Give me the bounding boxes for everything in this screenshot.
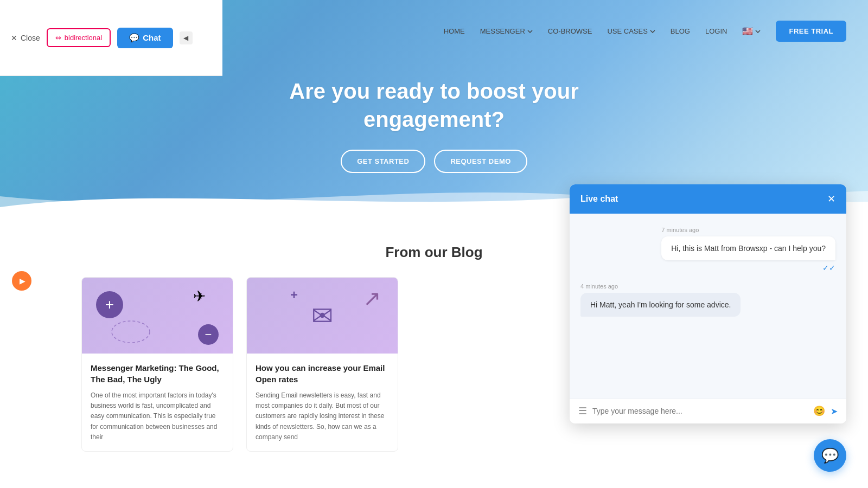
user-bubble-1: Hi Matt, yeah I'm looking for some advic… [580,293,741,317]
close-icon: ✕ [11,34,17,42]
envelope-icon: ✉ [311,300,333,331]
agent-bubble-1: Hi, this is Matt from Browsxp - can I he… [661,236,835,260]
request-demo-button[interactable]: REQUEST DEMO [434,150,527,173]
svg-point-0 [112,321,150,343]
toolbar: ✕ Close ⇔ bidirectional 💬 Chat ◀ [0,0,222,76]
live-chat-widget: Live chat ✕ 7 minutes ago Hi, this is Ma… [570,184,846,423]
blog-card-2-image: + ✉ ↗ [247,278,398,354]
nav-use-cases[interactable]: USE CASES [607,27,655,35]
arrow-up-icon: ↗ [363,286,381,311]
chat-menu-icon[interactable]: ☰ [578,405,587,417]
chat-bubble-icon: 💬 [129,33,139,43]
play-button[interactable]: ▶ [12,271,31,291]
blog-card-1-image: + − ✈ [82,278,233,354]
bidirectional-icon: ⇔ [55,34,61,42]
flag-icon: 🇺🇸 [742,26,753,36]
plus-small-icon: + [290,287,298,303]
floating-chat-icon: 💬 [821,447,839,464]
free-trial-button[interactable]: FREE TRIAL [776,21,846,42]
nav-login[interactable]: LOGIN [705,27,727,35]
nav-links: HOME MESSENGER CO-BROWSE USE CASES BLOG … [444,21,846,42]
floating-chat-button[interactable]: 💬 [814,439,846,472]
blog-card-2-text: Sending Email newsletters is easy, fast … [256,390,389,442]
language-selector[interactable]: 🇺🇸 [742,26,761,36]
bidirectional-button[interactable]: ⇔ bidirectional [47,28,111,47]
chat-header-title: Live chat [580,194,618,204]
chat-messages: 7 minutes ago Hi, this is Matt from Brow… [570,214,846,398]
nav-messenger[interactable]: MESSENGER [480,27,533,35]
send-button[interactable]: ➤ [831,406,838,416]
play-icon: ▶ [20,277,25,285]
hero-buttons: GET STARTED REQUEST DEMO [341,150,527,173]
emoji-button[interactable]: 😊 [813,405,825,417]
dashed-path-decoration [109,316,152,343]
blog-card-1-text: One of the most important factors in tod… [91,390,224,442]
close-button[interactable]: ✕ Close [11,34,40,42]
user-message-1: 4 minutes ago Hi Matt, yeah I'm looking … [580,283,741,317]
blog-card-2-title: How you can increase your Email Open rat… [256,362,389,385]
nav-cobrowse[interactable]: CO-BROWSE [548,27,592,35]
nav-blog[interactable]: BLOG [671,27,690,35]
chevron-left-icon: ◀ [183,34,188,42]
minus-circle-icon: − [198,324,219,345]
agent-message-1: 7 minutes ago Hi, this is Matt from Brow… [661,227,835,272]
plus-circle-icon: + [96,291,123,318]
chat-message-input[interactable] [592,407,808,415]
get-started-button[interactable]: GET STARTED [341,150,425,173]
blog-card-2[interactable]: + ✉ ↗ How you can increase your Email Op… [246,277,398,452]
blog-card-1-title: Messenger Marketing: The Good, The Bad, … [91,362,224,385]
collapse-button[interactable]: ◀ [180,31,193,44]
chat-button[interactable]: 💬 Chat [117,28,173,48]
nav-home[interactable]: HOME [444,27,465,35]
message-ticks: ✓✓ [661,264,835,272]
paper-plane-icon: ✈ [193,287,206,305]
blog-card-1[interactable]: + − ✈ Messenger Marketing: The Good, The… [81,277,233,452]
chat-header: Live chat ✕ [570,184,846,214]
hero-headline: Are you ready to boost your engagement? [289,77,578,133]
chat-close-button[interactable]: ✕ [827,193,835,205]
chat-input-area: ☰ 😊 ➤ [570,398,846,423]
